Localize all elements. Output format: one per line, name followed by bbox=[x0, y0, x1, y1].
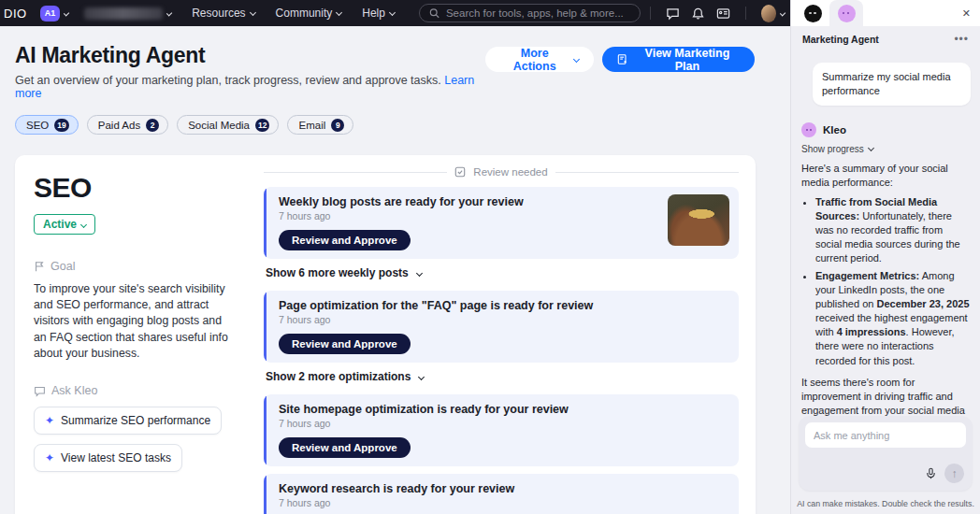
chat-tab-strip: ✕ bbox=[791, 0, 980, 26]
more-actions-button[interactable]: More Actions bbox=[485, 47, 594, 72]
topbar: DIO A1 Resources Community Help bbox=[0, 0, 792, 26]
chat-title: Marketing Agent bbox=[802, 34, 879, 45]
nav-community[interactable]: Community bbox=[276, 7, 342, 20]
tab-kleo-active[interactable] bbox=[829, 0, 863, 26]
chat-bubble-icon bbox=[34, 385, 46, 397]
show-more-weekly-posts[interactable]: Show 6 more weekly posts bbox=[266, 266, 739, 279]
task-timestamp: 7 hours ago bbox=[279, 497, 728, 508]
view-marketing-plan-button[interactable]: View Marketing Plan bbox=[602, 47, 755, 72]
chat-icon[interactable] bbox=[666, 6, 680, 21]
bullet-item: Engagement Metrics: Among your LinkedIn … bbox=[815, 269, 971, 367]
tab-assistant-dark[interactable] bbox=[804, 5, 822, 22]
task-list-column: Review needed Weekly blog posts are read… bbox=[249, 155, 756, 514]
task-title: Weekly blog posts are ready for your rev… bbox=[279, 195, 728, 208]
task-timestamp: 7 hours ago bbox=[279, 314, 728, 325]
chevron-down-icon bbox=[418, 373, 425, 379]
status-dropdown[interactable]: Active bbox=[34, 214, 95, 235]
nav-resources[interactable]: Resources bbox=[192, 7, 254, 20]
brand-fragment: DIO bbox=[2, 7, 35, 21]
chat-header: Marketing Agent ••• bbox=[791, 26, 980, 50]
chevron-down-icon bbox=[573, 56, 580, 63]
agent-message-intro: Here's a summary of your social media pe… bbox=[801, 162, 971, 190]
flag-icon bbox=[34, 261, 45, 272]
goal-text: To improve your site's search visibility… bbox=[34, 281, 236, 362]
nav-help[interactable]: Help bbox=[362, 7, 395, 20]
send-button[interactable]: ↑ bbox=[944, 464, 964, 483]
review-approve-button[interactable]: Review and Approve bbox=[279, 230, 411, 250]
mic-icon[interactable] bbox=[925, 467, 937, 479]
divider bbox=[745, 7, 746, 20]
app-badge[interactable]: A1 bbox=[40, 6, 61, 21]
agent-name: Kleo bbox=[823, 124, 846, 136]
chevron-down-icon[interactable] bbox=[166, 10, 173, 17]
bell-icon[interactable] bbox=[691, 6, 705, 21]
review-approve-button[interactable]: Review and Approve bbox=[279, 437, 411, 458]
chevron-down-icon bbox=[868, 145, 874, 151]
review-needed-divider: Review needed bbox=[264, 166, 739, 178]
suggestion-summarize-seo[interactable]: ✦ Summarize SEO performance bbox=[34, 407, 222, 435]
kleo-avatar bbox=[838, 5, 856, 22]
chevron-down-icon bbox=[336, 9, 342, 16]
goal-label-row: Goal bbox=[34, 260, 236, 273]
count-badge: 2 bbox=[146, 119, 159, 132]
chevron-down-icon bbox=[389, 9, 396, 16]
show-progress-toggle[interactable]: Show progress bbox=[801, 144, 971, 154]
workspace-name-redacted[interactable] bbox=[84, 7, 163, 20]
chevron-down-icon[interactable] bbox=[780, 10, 786, 17]
chevron-down-icon bbox=[80, 221, 87, 227]
ask-kleo-row: Ask Kleo bbox=[34, 384, 236, 397]
user-avatar[interactable] bbox=[761, 5, 776, 22]
category-filters: SEO19 Paid Ads2 Social Media12 Email9 bbox=[0, 100, 790, 135]
close-icon[interactable]: ✕ bbox=[962, 7, 971, 20]
filter-seo[interactable]: SEO19 bbox=[15, 115, 79, 135]
task-card: Site homepage optimization is ready for … bbox=[264, 394, 739, 466]
page-title: AI Marketing Agent bbox=[15, 43, 485, 68]
task-thumbnail bbox=[668, 194, 729, 246]
chevron-down-icon bbox=[250, 9, 256, 16]
document-plus-icon bbox=[616, 53, 627, 65]
ellipsis-menu-icon[interactable]: ••• bbox=[954, 33, 969, 46]
task-title: Keyword research is ready for your revie… bbox=[279, 482, 728, 495]
divider bbox=[650, 7, 651, 20]
ai-disclaimer: AI can make mistakes. Double check the r… bbox=[791, 499, 980, 508]
seo-card: SEO Active Goal To improve your site's s… bbox=[15, 155, 756, 514]
section-title: SEO bbox=[34, 172, 236, 204]
page-subtitle: Get an overview of your marketing plan, … bbox=[15, 74, 485, 100]
chat-panel: ✕ Marketing Agent ••• Summarize my socia… bbox=[790, 0, 980, 514]
search-input[interactable] bbox=[446, 7, 630, 19]
chevron-down-icon bbox=[416, 269, 423, 276]
task-title: Site homepage optimization is ready for … bbox=[279, 403, 728, 416]
page-header: AI Marketing Agent Get an overview of yo… bbox=[0, 26, 790, 100]
seo-summary-column: SEO Active Goal To improve your site's s… bbox=[15, 155, 249, 514]
count-badge: 12 bbox=[255, 119, 269, 132]
review-approve-button[interactable]: Review and Approve bbox=[279, 334, 411, 354]
filter-social-media[interactable]: Social Media12 bbox=[177, 115, 279, 135]
count-badge: 19 bbox=[54, 119, 68, 132]
count-badge: 9 bbox=[331, 119, 344, 132]
chat-messages: Summarize my social media performance Kl… bbox=[791, 50, 980, 478]
search-icon bbox=[429, 7, 440, 19]
agent-message-bullets: Traffic from Social Media Sources: Unfor… bbox=[815, 195, 971, 368]
review-icon bbox=[454, 166, 466, 178]
news-icon[interactable] bbox=[716, 6, 730, 21]
chevron-down-icon[interactable] bbox=[64, 10, 70, 17]
show-more-optimizations[interactable]: Show 2 more optimizations bbox=[266, 370, 739, 383]
task-card: Weekly blog posts are ready for your rev… bbox=[264, 187, 739, 259]
bullet-item: Traffic from Social Media Sources: Unfor… bbox=[815, 195, 971, 265]
sparkle-icon: ✦ bbox=[45, 415, 54, 426]
kleo-avatar bbox=[801, 122, 816, 137]
suggestion-latest-seo-tasks[interactable]: ✦ View latest SEO tasks bbox=[34, 444, 182, 472]
global-search[interactable] bbox=[419, 4, 641, 22]
task-timestamp: 7 hours ago bbox=[279, 210, 728, 221]
sparkle-icon: ✦ bbox=[45, 452, 54, 464]
agent-name-row: Kleo bbox=[801, 122, 971, 137]
user-message-bubble: Summarize my social media performance bbox=[813, 63, 971, 106]
filter-paid-ads[interactable]: Paid Ads2 bbox=[87, 115, 168, 135]
main-content: AI Marketing Agent Get an overview of yo… bbox=[0, 26, 790, 514]
task-card: Page optimization for the "FAQ" page is … bbox=[264, 291, 739, 363]
filter-email[interactable]: Email9 bbox=[287, 115, 353, 135]
chat-input-card: ↑ bbox=[799, 416, 973, 491]
chat-input[interactable] bbox=[805, 422, 966, 448]
task-card: Keyword research is ready for your revie… bbox=[264, 474, 739, 514]
task-timestamp: 7 hours ago bbox=[279, 418, 728, 429]
